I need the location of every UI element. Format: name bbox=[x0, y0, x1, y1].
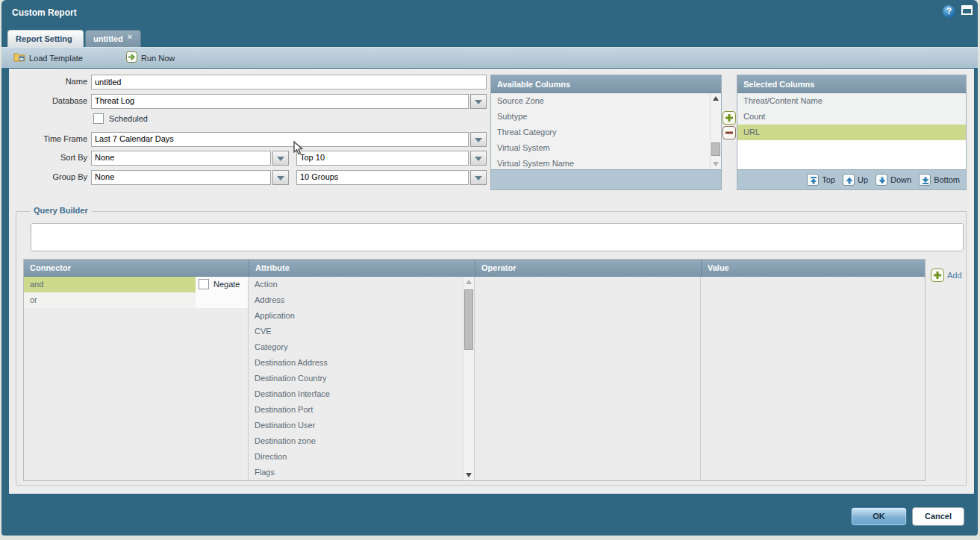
sort-by-value: None bbox=[91, 151, 271, 166]
move-down-button[interactable]: Down bbox=[876, 174, 911, 186]
sort-limit-value: Top 10 bbox=[296, 151, 469, 166]
name-label: Name bbox=[9, 77, 87, 86]
run-now-button[interactable]: Run Now bbox=[126, 51, 175, 64]
sort-limit-select[interactable]: Top 10 bbox=[296, 151, 487, 166]
run-arrow-icon bbox=[126, 51, 137, 64]
attribute-option[interactable]: Destination Country bbox=[249, 371, 463, 386]
group-by-select[interactable]: None bbox=[91, 170, 289, 185]
list-item[interactable]: Subtype bbox=[491, 109, 710, 125]
connector-row: and Negate bbox=[24, 277, 248, 292]
move-bottom-label: Bottom bbox=[934, 175, 960, 184]
titlebar: Custom Report ? bbox=[1, 0, 978, 28]
add-rule-button[interactable]: Add bbox=[931, 269, 962, 282]
scroll-thumb[interactable] bbox=[711, 142, 720, 156]
tab-close-icon[interactable]: × bbox=[128, 33, 132, 40]
restore-window-icon[interactable] bbox=[961, 5, 973, 15]
negate-checkbox[interactable] bbox=[199, 279, 209, 289]
arrow-down-icon bbox=[876, 174, 887, 186]
attribute-option[interactable]: Direction bbox=[249, 449, 463, 465]
tabstrip: Report Setting untitled × bbox=[1, 30, 978, 47]
time-frame-label: Time Frame bbox=[9, 134, 87, 143]
group-by-value: None bbox=[91, 170, 271, 185]
add-column-button[interactable] bbox=[722, 111, 736, 125]
attribute-option[interactable]: Action bbox=[249, 277, 463, 292]
load-template-button[interactable]: Load Template bbox=[13, 52, 83, 63]
ok-button[interactable]: OK bbox=[851, 507, 907, 526]
attribute-option[interactable]: Category bbox=[249, 339, 463, 355]
plus-icon bbox=[931, 269, 944, 282]
move-up-button[interactable]: Up bbox=[843, 174, 868, 186]
chevron-down-icon bbox=[475, 176, 482, 180]
group-limit-select[interactable]: 10 Groups bbox=[296, 170, 487, 185]
connector-option[interactable]: or bbox=[24, 292, 196, 308]
scroll-up-icon[interactable] bbox=[713, 96, 719, 101]
available-columns-list: Source ZoneSubtypeThreat CategoryVirtual… bbox=[491, 93, 721, 169]
attribute-option[interactable]: Destination User bbox=[249, 418, 463, 433]
arrow-bottom-icon bbox=[919, 174, 931, 186]
database-select[interactable]: Threat Log bbox=[91, 94, 487, 109]
database-dropdown-button[interactable] bbox=[470, 94, 487, 109]
list-item[interactable]: Virtual System Name bbox=[491, 156, 710, 169]
cancel-button[interactable]: Cancel bbox=[912, 507, 964, 526]
available-columns-scrollbar[interactable] bbox=[710, 93, 721, 169]
attribute-option[interactable]: Destination Interface bbox=[249, 386, 463, 402]
remove-column-button[interactable] bbox=[722, 126, 736, 139]
chevron-down-icon bbox=[475, 100, 482, 104]
move-top-button[interactable]: Top bbox=[807, 174, 835, 186]
scheduled-checkbox[interactable] bbox=[93, 113, 104, 124]
query-input[interactable] bbox=[31, 223, 964, 251]
column-header-value: Value bbox=[702, 260, 925, 276]
attribute-option[interactable]: Destination Address bbox=[249, 355, 463, 371]
content-area: Name Database Threat Log Scheduled Time … bbox=[9, 69, 974, 494]
selected-columns-items: Threat/Content NameCountURL bbox=[737, 93, 966, 140]
available-columns-header: Available Columns bbox=[491, 75, 721, 93]
attribute-option[interactable]: Destination zone bbox=[249, 433, 463, 449]
attribute-option[interactable]: Address bbox=[249, 292, 463, 308]
group-by-dropdown-button[interactable] bbox=[272, 170, 289, 185]
connector-column: and Negate or bbox=[24, 277, 249, 480]
attribute-option[interactable]: Flags bbox=[249, 465, 463, 480]
list-item[interactable]: Virtual System bbox=[491, 140, 710, 156]
tab-label: untitled bbox=[93, 34, 123, 43]
scroll-up-icon[interactable] bbox=[466, 280, 472, 284]
scroll-thumb[interactable] bbox=[464, 289, 473, 350]
list-item[interactable]: Source Zone bbox=[491, 93, 710, 109]
folder-icon bbox=[13, 52, 25, 63]
scroll-down-icon[interactable] bbox=[713, 162, 719, 166]
time-frame-value: Last 7 Calendar Days bbox=[91, 132, 469, 147]
name-input[interactable] bbox=[91, 75, 487, 90]
list-item[interactable]: Threat Category bbox=[491, 125, 710, 140]
help-icon[interactable]: ? bbox=[943, 5, 955, 18]
attribute-option[interactable]: Destination Port bbox=[249, 402, 463, 418]
attribute-scrollbar[interactable] bbox=[463, 277, 474, 480]
group-limit-dropdown-button[interactable] bbox=[470, 170, 487, 185]
tab-untitled[interactable]: untitled × bbox=[85, 30, 141, 47]
list-item[interactable]: URL bbox=[737, 125, 966, 140]
attribute-option[interactable]: Application bbox=[249, 308, 463, 324]
move-up-label: Up bbox=[858, 175, 868, 184]
query-builder-fieldset: Query Builder Connector Attribute Operat… bbox=[16, 211, 967, 486]
list-item[interactable]: Count bbox=[737, 109, 966, 125]
move-down-label: Down bbox=[890, 175, 911, 184]
tab-report-setting[interactable]: Report Setting bbox=[7, 30, 84, 47]
scroll-down-icon[interactable] bbox=[466, 473, 472, 477]
tab-label: Report Setting bbox=[16, 34, 72, 43]
sort-by-select[interactable]: None bbox=[91, 151, 289, 166]
connector-row: or Negate bbox=[24, 292, 248, 308]
time-frame-select[interactable]: Last 7 Calendar Days bbox=[91, 132, 487, 147]
selected-columns-header: Selected Columns bbox=[737, 75, 966, 93]
attribute-option[interactable]: CVE bbox=[249, 324, 463, 339]
chevron-down-icon bbox=[475, 138, 482, 142]
plus-icon bbox=[725, 113, 734, 122]
time-frame-dropdown-button[interactable] bbox=[470, 132, 487, 147]
move-bottom-button[interactable]: Bottom bbox=[919, 174, 960, 186]
value-column bbox=[701, 277, 924, 480]
connector-row-side: Negate bbox=[196, 277, 248, 292]
available-columns-footer bbox=[491, 169, 721, 189]
run-now-label: Run Now bbox=[141, 54, 175, 63]
list-item[interactable]: Threat/Content Name bbox=[737, 93, 966, 109]
connector-option[interactable]: and bbox=[24, 277, 196, 292]
column-header-operator: Operator bbox=[475, 260, 702, 276]
sort-limit-dropdown-button[interactable] bbox=[470, 151, 487, 166]
sort-by-dropdown-button[interactable] bbox=[272, 151, 289, 166]
